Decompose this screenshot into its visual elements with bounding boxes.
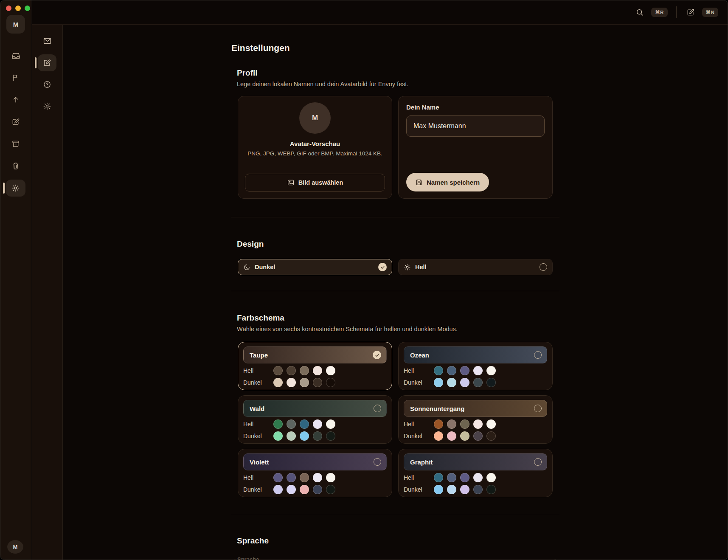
choose-image-button[interactable]: Bild auswählen xyxy=(245,174,385,191)
help-icon xyxy=(43,80,51,89)
color-swatch xyxy=(460,485,469,494)
sidebar-item-compose[interactable] xyxy=(32,52,63,73)
color-swatch xyxy=(473,485,483,494)
color-swatch xyxy=(486,378,496,387)
color-swatch xyxy=(460,419,469,429)
compose-icon xyxy=(43,59,51,67)
color-swatch xyxy=(460,366,469,375)
color-swatch xyxy=(434,378,443,387)
color-swatch xyxy=(447,378,456,387)
color-swatch xyxy=(486,485,496,494)
color-swatch xyxy=(460,431,469,441)
sidebar-item-mail[interactable] xyxy=(32,30,63,52)
topbar-divider xyxy=(676,6,677,18)
radio-circle-icon xyxy=(374,405,381,412)
color-swatch xyxy=(434,366,443,375)
rail-item-flagged[interactable] xyxy=(0,67,31,89)
color-swatch xyxy=(486,366,496,375)
color-swatch xyxy=(447,473,456,482)
rail-item-inbox[interactable] xyxy=(0,45,31,67)
scheme-card-graphit[interactable]: GraphitHellDunkel xyxy=(398,449,553,497)
color-swatch xyxy=(447,419,456,429)
color-swatch xyxy=(287,419,296,429)
color-swatch xyxy=(326,366,335,375)
rail-item-settings[interactable] xyxy=(0,177,31,199)
gear-icon xyxy=(11,184,20,192)
page-title: Einstellungen xyxy=(231,43,559,53)
color-swatch xyxy=(473,419,483,429)
gear-icon xyxy=(43,102,51,110)
scheme-card-violett[interactable]: ViolettHellDunkel xyxy=(238,449,392,497)
scheme-card-sonnenuntergang[interactable]: SonnenuntergangHellDunkel xyxy=(398,395,553,444)
language-select[interactable]: Deutsch xyxy=(231,559,559,560)
scheme-heading: Farbschema xyxy=(231,313,559,323)
color-swatch xyxy=(486,473,496,482)
color-swatch xyxy=(287,378,296,387)
scheme-card-wald[interactable]: WaldHellDunkel xyxy=(238,395,392,444)
color-swatch xyxy=(460,473,469,482)
inner-sidebar xyxy=(32,25,63,560)
color-swatch xyxy=(313,485,322,494)
section-divider xyxy=(231,217,559,217)
zoom-window-button[interactable] xyxy=(25,6,30,11)
profile-subtitle: Lege deinen lokalen Namen und dein Avata… xyxy=(231,81,559,87)
color-swatch xyxy=(447,366,456,375)
color-swatch xyxy=(326,473,335,482)
avatar-preview-title: Avatar-Vorschau xyxy=(290,140,340,147)
save-name-button[interactable]: Namen speichern xyxy=(406,173,489,191)
sidebar-item-settings[interactable] xyxy=(32,95,63,117)
sidebar-item-help[interactable] xyxy=(32,73,63,95)
design-option-dunkel[interactable]: Dunkel xyxy=(238,259,392,275)
search-shortcut-badge: ⌘R xyxy=(651,8,667,17)
color-swatch xyxy=(486,431,496,441)
name-card: Dein Name Namen speichern xyxy=(398,96,553,199)
design-option-hell[interactable]: Hell xyxy=(398,259,553,275)
scheme-card-ozean[interactable]: OzeanHellDunkel xyxy=(398,342,553,390)
rail-item-sent[interactable] xyxy=(0,89,31,111)
language-field-label: Sprache xyxy=(237,556,259,560)
name-field-label: Dein Name xyxy=(406,104,545,111)
traffic-lights xyxy=(0,0,31,11)
color-swatch xyxy=(434,419,443,429)
inbox-tray-icon xyxy=(11,51,20,60)
minimize-window-button[interactable] xyxy=(15,6,21,11)
archive-box-icon xyxy=(11,140,20,148)
color-swatch xyxy=(473,431,483,441)
account-avatar[interactable]: M xyxy=(6,15,25,34)
color-swatch xyxy=(273,485,283,494)
color-swatch xyxy=(300,419,309,429)
color-swatch xyxy=(313,431,322,441)
section-divider xyxy=(231,514,559,514)
color-swatch xyxy=(300,366,309,375)
top-bar: ⌘R ⌘N xyxy=(32,0,728,25)
rail-item-archive[interactable] xyxy=(0,133,31,155)
color-swatch xyxy=(460,378,469,387)
settings-page: Einstellungen Profil Lege deinen lokalen… xyxy=(63,25,728,560)
scheme-card-taupe[interactable]: TaupeHellDunkel xyxy=(238,342,392,390)
color-swatch xyxy=(273,419,283,429)
color-swatch xyxy=(473,366,483,375)
selected-check-icon xyxy=(378,263,387,271)
design-heading: Design xyxy=(231,239,559,249)
trash-icon xyxy=(11,162,20,170)
color-swatch xyxy=(473,378,483,387)
avatar-format-hint: PNG, JPG, WEBP, GIF oder BMP. Maximal 10… xyxy=(247,150,382,157)
color-swatch xyxy=(300,431,309,441)
rail-item-trash[interactable] xyxy=(0,155,31,177)
radio-circle-icon xyxy=(534,351,542,359)
name-input[interactable] xyxy=(406,115,545,137)
color-swatch xyxy=(300,473,309,482)
rail-item-drafts[interactable] xyxy=(0,111,31,133)
color-swatch xyxy=(273,366,283,375)
radio-circle-icon xyxy=(534,458,542,466)
bottom-avatar[interactable]: M xyxy=(7,540,23,554)
sun-icon xyxy=(404,264,411,271)
color-swatch xyxy=(486,419,496,429)
arrow-up-icon xyxy=(11,96,20,104)
close-window-button[interactable] xyxy=(6,6,11,11)
compose-icon[interactable] xyxy=(685,7,696,18)
profile-heading: Profil xyxy=(231,68,559,78)
image-icon xyxy=(287,179,295,186)
search-icon[interactable] xyxy=(634,7,645,18)
color-swatch xyxy=(287,485,296,494)
